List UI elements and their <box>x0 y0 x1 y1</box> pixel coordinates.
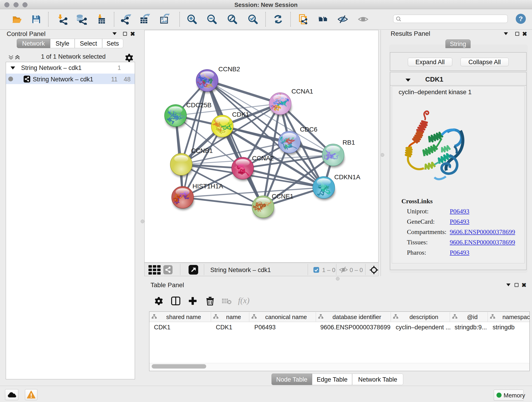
svg-text:CCNA2: CCNA2 <box>252 155 274 162</box>
svg-text:RB1: RB1 <box>342 139 355 146</box>
svg-text:CCNB1: CCNB1 <box>191 147 213 154</box>
svg-text:?: ? <box>519 15 523 22</box>
svg-text:CDC6: CDC6 <box>300 126 317 133</box>
svg-text:CDK1: CDK1 <box>232 111 249 118</box>
svg-text:HIST1H1A: HIST1H1A <box>192 183 223 190</box>
svg-text:CCNE1: CCNE1 <box>272 193 293 200</box>
svg-text:CDKN1A: CDKN1A <box>334 173 360 181</box>
svg-text:CCNA1: CCNA1 <box>291 88 313 95</box>
svg-text:CDC25B: CDC25B <box>186 102 211 109</box>
svg-text:CCNB2: CCNB2 <box>218 65 240 73</box>
